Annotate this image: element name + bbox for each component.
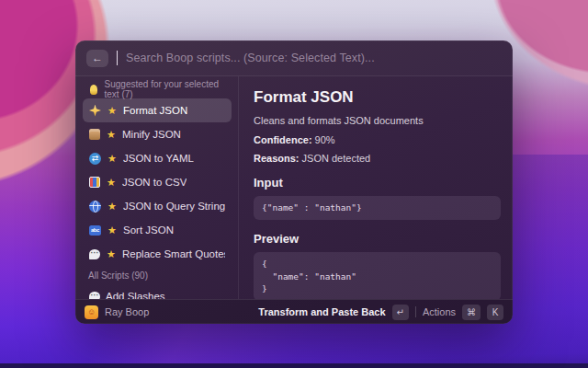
script-item-add-slashes[interactable]: Add Slashes bbox=[83, 284, 232, 299]
favorite-star-icon bbox=[106, 130, 117, 140]
desktop-bottom-strip bbox=[0, 363, 588, 368]
speech-bubble-icon bbox=[89, 249, 100, 259]
script-item-label: JSON to CSV bbox=[122, 177, 187, 188]
cmd-key-badge: ⌘ bbox=[462, 305, 481, 320]
script-item-minify-json[interactable]: Minify JSON bbox=[83, 122, 232, 146]
favorite-star-icon bbox=[106, 249, 117, 259]
reasons-label: Reasons: bbox=[254, 153, 300, 164]
script-item-json-to-query-string[interactable]: JSON to Query String bbox=[83, 194, 232, 218]
confidence-row: Confidence: 90% bbox=[254, 134, 501, 145]
script-list: Suggested for your selected text (7) For… bbox=[75, 76, 239, 299]
status-bar: Ray Boop Transform and Paste Back ↵ Acti… bbox=[75, 299, 513, 324]
favorite-star-icon bbox=[107, 201, 118, 212]
confidence-value: 90% bbox=[312, 134, 335, 145]
script-item-json-to-yaml[interactable]: JSON to YAML bbox=[83, 146, 232, 170]
preview-section-title: Preview bbox=[254, 232, 501, 246]
desktop: ← Search Boop scripts... (Source: Select… bbox=[0, 0, 588, 368]
favorite-star-icon bbox=[107, 106, 118, 116]
script-item-json-to-csv[interactable]: JSON to CSV bbox=[83, 170, 232, 194]
abc-icon bbox=[89, 225, 101, 236]
detail-panel: Format JSON Cleans and formats JSON docu… bbox=[239, 76, 513, 299]
favorite-star-icon bbox=[107, 225, 118, 236]
back-button[interactable]: ← bbox=[86, 50, 108, 67]
script-item-label: Add Slashes bbox=[106, 291, 165, 299]
return-key-badge[interactable]: ↵ bbox=[392, 305, 409, 320]
statusbar-app: Ray Boop bbox=[85, 305, 149, 319]
detail-description: Cleans and formats JSON documents bbox=[254, 115, 501, 126]
script-item-label: Replace Smart Quotes bbox=[122, 248, 225, 259]
detail-title: Format JSON bbox=[254, 88, 501, 107]
main-content: Suggested for your selected text (7) For… bbox=[75, 76, 513, 299]
script-item-label: Sort JSON bbox=[123, 224, 174, 236]
lightbulb-icon bbox=[90, 85, 97, 95]
search-input[interactable]: Search Boop scripts... (Source: Selected… bbox=[126, 52, 375, 64]
section-header-all-scripts: All Scripts (90) bbox=[83, 266, 232, 284]
bar-chart-icon bbox=[89, 177, 100, 188]
script-item-label: JSON to YAML bbox=[123, 153, 194, 164]
boop-app-icon bbox=[85, 305, 98, 319]
confidence-label: Confidence: bbox=[254, 134, 312, 145]
preview-code-block: { "name": "nathan" } bbox=[254, 252, 501, 299]
script-item-sort-json[interactable]: Sort JSON bbox=[83, 218, 232, 242]
sparkles-icon bbox=[89, 105, 101, 117]
script-item-label: Format JSON bbox=[123, 105, 187, 116]
statusbar-separator bbox=[415, 306, 416, 317]
globe-icon bbox=[89, 201, 101, 213]
section-header-suggested: Suggested for your selected text (7) bbox=[83, 80, 232, 98]
text-cursor bbox=[117, 51, 118, 65]
arrows-cycle-icon bbox=[89, 153, 101, 165]
speech-bubble-icon bbox=[89, 292, 100, 300]
script-item-label: Minify JSON bbox=[122, 129, 181, 140]
section-header-label: All Scripts (90) bbox=[88, 270, 148, 281]
search-bar: ← Search Boop scripts... (Source: Select… bbox=[75, 40, 513, 75]
favorite-star-icon bbox=[106, 178, 117, 188]
favorite-star-icon bbox=[107, 154, 118, 164]
raycast-window: ← Search Boop scripts... (Source: Select… bbox=[75, 40, 513, 324]
reasons-value: JSON detected bbox=[300, 153, 371, 164]
input-code-block: {"name" : "nathan"} bbox=[254, 196, 501, 220]
script-item-replace-smart-quotes[interactable]: Replace Smart Quotes bbox=[83, 242, 232, 266]
app-name: Ray Boop bbox=[105, 306, 149, 317]
section-header-label: Suggested for your selected text (7) bbox=[105, 79, 226, 99]
k-key-badge: K bbox=[487, 305, 503, 320]
package-icon bbox=[89, 129, 100, 140]
reasons-row: Reasons: JSON detected bbox=[254, 153, 501, 164]
primary-action-button[interactable]: Transform and Paste Back bbox=[258, 306, 385, 317]
script-item-format-json[interactable]: Format JSON bbox=[83, 98, 232, 122]
script-item-label: JSON to Query String bbox=[123, 201, 225, 212]
input-section-title: Input bbox=[254, 176, 501, 190]
statusbar-actions: Transform and Paste Back ↵ Actions ⌘ K bbox=[258, 305, 503, 320]
actions-menu-button[interactable]: Actions bbox=[423, 306, 456, 317]
